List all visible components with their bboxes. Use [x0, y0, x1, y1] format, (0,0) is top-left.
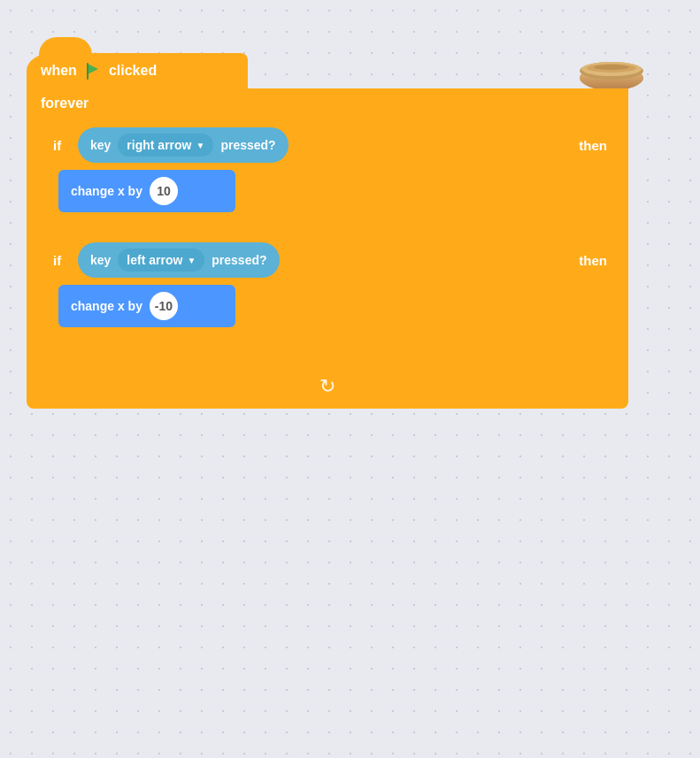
left-arrow-dropdown[interactable]: left arrow ▼: [118, 249, 204, 272]
when-text: when: [41, 63, 77, 79]
change-x-block-2[interactable]: change x by -10: [58, 285, 235, 327]
loop-arrow: ↻: [27, 370, 628, 402]
key-text-2: key: [90, 253, 111, 267]
pressed-text-2: pressed?: [212, 253, 266, 267]
left-arrow-value: left arrow: [127, 253, 182, 267]
when-clicked-hat-block[interactable]: when clicked: [27, 53, 248, 88]
if-label-2: if: [53, 253, 71, 268]
green-flag-icon: [84, 62, 102, 80]
change-x-label-2: change x by: [71, 299, 142, 313]
if-body-2: change x by -10: [58, 285, 618, 340]
then-label-2: then: [579, 253, 607, 268]
forever-block: forever if key right arrow ▼: [27, 88, 628, 409]
key-sensing-block-1[interactable]: key right arrow ▼ pressed?: [78, 127, 288, 163]
key-text-1: key: [90, 138, 111, 152]
svg-marker-6: [88, 64, 98, 74]
if-section-2: if key left arrow ▼ pressed? then: [44, 237, 618, 340]
change-x-label-1: change x by: [71, 184, 142, 198]
clicked-text: clicked: [109, 63, 157, 79]
dropdown-arrow-2: ▼: [187, 256, 196, 265]
if-label-1: if: [53, 138, 71, 153]
right-arrow-value: right arrow: [127, 138, 191, 152]
block-stack: when clicked forever if: [27, 53, 628, 409]
change-x-value-2[interactable]: -10: [150, 292, 178, 320]
if-row-1: if key right arrow ▼ pressed? then: [44, 122, 618, 168]
key-sensing-block-2[interactable]: key left arrow ▼ pressed?: [78, 242, 280, 278]
dropdown-arrow-1: ▼: [196, 141, 204, 150]
if-section-1: if key right arrow ▼ pressed? then: [44, 122, 618, 225]
change-x-block-1[interactable]: change x by 10: [58, 170, 235, 212]
if-bottom-bar-2: [58, 329, 618, 340]
pressed-text-1: pressed?: [220, 138, 275, 152]
if-body-1: change x by 10: [58, 170, 618, 225]
if-bottom-bar-1: [58, 214, 618, 225]
right-arrow-dropdown[interactable]: right arrow ▼: [118, 134, 213, 157]
change-x-value-1[interactable]: 10: [150, 177, 178, 205]
if-row-2: if key left arrow ▼ pressed? then: [44, 237, 618, 283]
then-label-1: then: [579, 138, 607, 153]
forever-label: forever: [27, 88, 628, 117]
forever-bottom-bar: [44, 356, 618, 364]
scratch-workspace: when clicked forever if: [0, 0, 700, 758]
forever-inner: if key right arrow ▼ pressed? then: [27, 117, 628, 370]
